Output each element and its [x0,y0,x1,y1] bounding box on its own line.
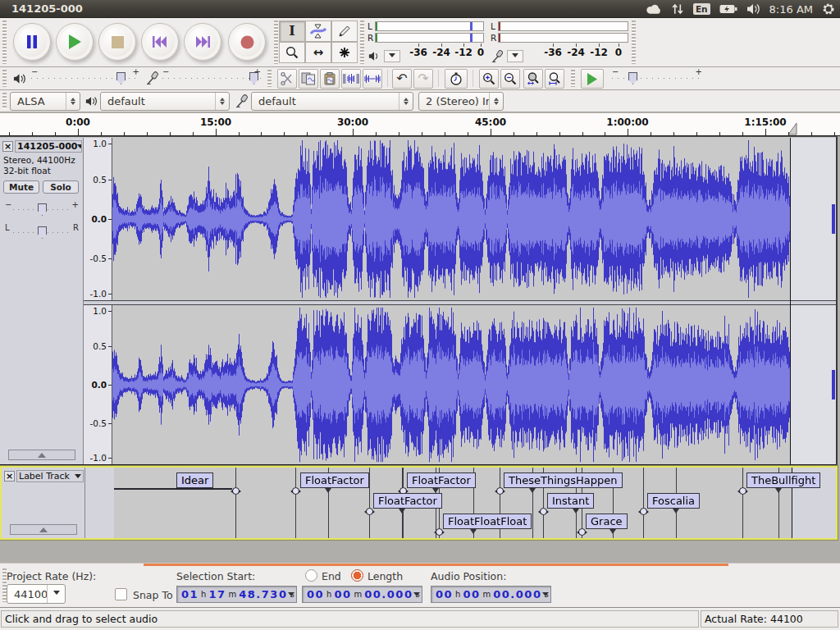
pan-slider[interactable]: L R [3,221,80,243]
playback-speed-slider[interactable]: − + [612,68,702,88]
keyboard-layout-indicator[interactable]: En [693,3,710,15]
playback-device-select[interactable]: default [100,92,230,111]
battery-icon[interactable] [719,4,737,14]
label-text[interactable]: TheseThingsHappen [504,472,623,488]
gain-slider[interactable]: − + [3,199,80,220]
draw-tool-button[interactable] [331,21,358,42]
project-rate-select[interactable]: 44100 [7,584,66,604]
recording-device-select[interactable]: default [251,92,413,111]
transport-toolbar-grip[interactable] [2,21,7,64]
close-track-button[interactable]: × [4,471,15,482]
vertical-ruler-ch1[interactable]: 1.00.50.0-0.5-1.0 [84,138,112,300]
length-radio[interactable] [351,569,363,582]
pause-button[interactable] [13,23,51,61]
playspeed-toolbar-grip[interactable] [571,70,575,87]
collapse-track-button[interactable] [10,524,77,535]
skip-to-end-button[interactable] [184,23,221,61]
timeline-ruler[interactable]: 0:0015:0030:0045:001:00:001:15:00 [0,112,840,136]
cloud-sync-icon[interactable] [646,3,663,15]
waveform-channel-2[interactable] [112,305,838,464]
stop-button[interactable] [98,23,136,61]
device-toolbar-grip[interactable] [2,93,7,109]
zoom-in-button[interactable] [479,69,499,89]
cut-button[interactable] [277,69,297,89]
label-text[interactable]: Grace [586,514,628,529]
envelope-tool-button[interactable] [305,21,331,42]
end-radio[interactable] [305,569,317,582]
input-volume-thumb[interactable] [249,72,258,84]
play-at-speed-button[interactable] [581,69,604,89]
fit-project-button[interactable] [545,69,564,89]
skip-to-start-button[interactable] [141,23,179,61]
track-title-menu[interactable]: 141205-000 [15,140,82,153]
zoom-out-button[interactable] [500,69,520,89]
spin-arrows-icon [489,93,503,110]
selection-length-field[interactable]: 00h00m00.000s [302,586,422,603]
label-text[interactable]: FloatFactor [407,472,476,488]
playback-meter-dropdown[interactable] [384,50,400,62]
meter-end-grip[interactable] [632,21,636,64]
undo-button[interactable]: ↶ [392,69,412,89]
collapse-track-button[interactable] [8,450,75,460]
recording-meter-dropdown[interactable] [507,50,523,62]
input-volume-slider[interactable]: − + [162,68,261,88]
meter-left-label: L [489,22,498,31]
mixer-toolbar-grip[interactable] [2,70,7,87]
gain-thumb[interactable] [38,203,47,216]
fit-selection-button[interactable] [523,69,543,89]
minus-label: − [162,67,169,76]
paste-button[interactable] [320,69,340,89]
ruler-minor-tick [170,132,171,135]
network-updown-icon[interactable] [672,3,684,15]
label-track-title-menu[interactable]: Label Track [16,470,84,482]
copy-button[interactable] [299,69,318,89]
snap-to-checkbox[interactable] [115,588,127,600]
tools-toolbar-grip[interactable] [274,21,278,64]
gear-session-icon[interactable] [822,2,835,16]
output-volume-slider[interactable]: − + [31,68,139,88]
edit-toolbar-grip[interactable] [267,70,272,87]
label-text[interactable]: FloatFactor [373,493,442,509]
label-text[interactable]: TheBullfight [746,472,820,488]
label-track-title: Label Track [19,471,70,482]
redo-button[interactable]: ↷ [413,69,433,89]
output-volume-thumb[interactable] [116,72,126,84]
vertical-ruler-ch2[interactable]: 1.00.50.0-0.5-1.0 [84,305,112,464]
chevron-down-icon [77,144,82,152]
zoom-tool-button[interactable] [279,42,305,63]
time-shift-tool-button[interactable]: ↔ [305,42,331,63]
clock[interactable]: 8:16 AM [769,3,813,16]
time-field-segment: 01 [181,588,199,600]
label-end-handle [673,509,679,517]
playhead-marker[interactable] [788,123,797,135]
audio-host-select[interactable]: ALSA [10,92,80,111]
label-handle [292,487,299,495]
label-text[interactable]: FloatFactor [300,472,369,488]
silence-audio-button[interactable] [363,69,382,89]
solo-button[interactable]: Solo [43,180,79,194]
selection-start-field[interactable]: 01h17m48.730s [176,586,297,603]
sound-menu-icon[interactable] [746,3,760,15]
playback-speed-thumb[interactable] [628,72,637,84]
trim-audio-button[interactable] [341,69,361,89]
selection-tool-button[interactable]: I [279,21,305,42]
multi-tool-button[interactable] [331,42,358,63]
label-track-content[interactable]: IdearFloatFactorFloatFactorFloatFactorFl… [85,468,836,538]
label-text[interactable]: Instant [547,493,594,509]
close-track-button[interactable]: × [2,141,13,152]
microphone-icon [235,94,249,107]
speaker-icon [13,73,26,84]
label-text[interactable]: Foscalia [647,493,700,509]
audio-position-field[interactable]: 00h00m00.000s [431,586,551,603]
play-button[interactable] [56,23,94,61]
titlebar: 141205-000 En 8:16 AM [0,0,840,18]
pan-thumb[interactable] [38,226,47,239]
label-text[interactable]: Idear [176,472,213,488]
record-button[interactable] [228,23,266,61]
label-text[interactable]: FloatFloatFloat [443,514,532,529]
meter-toolbar-grip[interactable] [360,21,364,64]
waveform-channel-1[interactable] [112,138,838,300]
timer-record-button[interactable] [445,69,468,89]
recording-channels-select[interactable]: 2 (Stereo) In [418,92,504,111]
mute-button[interactable]: Mute [3,180,39,194]
